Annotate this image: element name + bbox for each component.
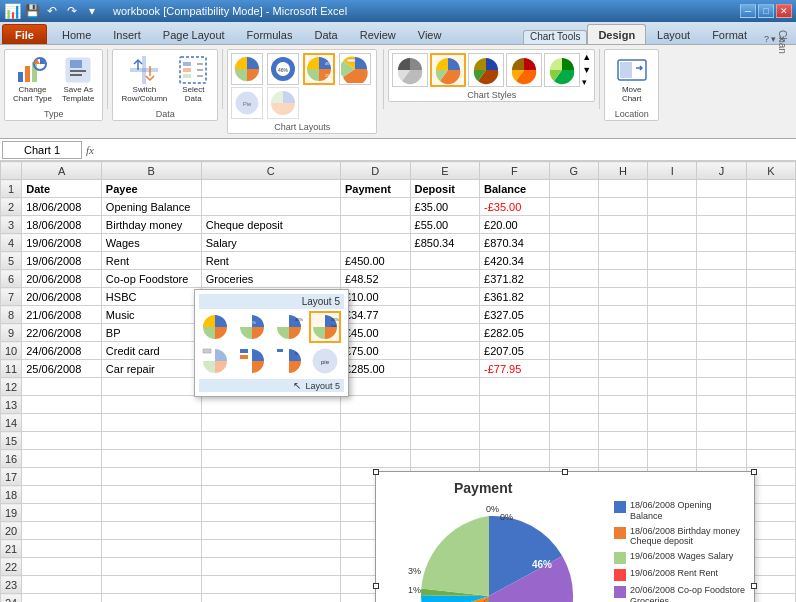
layout-item-2[interactable]: 46%: [267, 53, 299, 85]
cell-k3[interactable]: [746, 216, 795, 234]
cell-f3[interactable]: £20.00: [480, 216, 550, 234]
col-header-a[interactable]: A: [22, 162, 102, 180]
cell-c2[interactable]: [201, 198, 340, 216]
tab-review[interactable]: Review: [349, 24, 407, 44]
cell-b5[interactable]: Rent: [101, 252, 201, 270]
cell-e10[interactable]: [410, 342, 479, 360]
col-header-b[interactable]: B: [101, 162, 201, 180]
cell-d1[interactable]: Payment: [340, 180, 410, 198]
cell-g1[interactable]: [549, 180, 598, 198]
move-chart-btn[interactable]: MoveChart: [612, 52, 652, 106]
cell-k10[interactable]: [746, 342, 795, 360]
tab-file[interactable]: File: [2, 24, 47, 44]
dropdown-item-4[interactable]: 46%Cat: [309, 311, 341, 343]
change-chart-type-btn[interactable]: ChangeChart Type: [9, 52, 56, 106]
cell-b11[interactable]: Car repair: [101, 360, 201, 378]
cell-a3[interactable]: 18/06/2008: [22, 216, 102, 234]
cell-k1[interactable]: [746, 180, 795, 198]
col-header-d[interactable]: D: [340, 162, 410, 180]
cell-k9[interactable]: [746, 324, 795, 342]
undo-qa-btn[interactable]: ↶: [43, 2, 61, 20]
cell-f11[interactable]: -£77.95: [480, 360, 550, 378]
cell-f1[interactable]: Balance: [480, 180, 550, 198]
cell-c6[interactable]: Groceries: [201, 270, 340, 288]
cell-k11[interactable]: [746, 360, 795, 378]
cell-c3[interactable]: Cheque deposit: [201, 216, 340, 234]
cell-e5[interactable]: [410, 252, 479, 270]
cell-a6[interactable]: 20/06/2008: [22, 270, 102, 288]
cell-a10[interactable]: 24/06/2008: [22, 342, 102, 360]
cell-h3[interactable]: [598, 216, 647, 234]
tab-insert[interactable]: Insert: [102, 24, 152, 44]
cell-i7[interactable]: [648, 288, 697, 306]
col-header-j[interactable]: J: [697, 162, 746, 180]
chart-style-5[interactable]: [544, 53, 580, 87]
cell-k5[interactable]: [746, 252, 795, 270]
layout-item-5[interactable]: Pie: [231, 87, 263, 119]
cell-i6[interactable]: [648, 270, 697, 288]
cell-i8[interactable]: [648, 306, 697, 324]
cell-a5[interactable]: 19/06/2008: [22, 252, 102, 270]
cell-e11[interactable]: [410, 360, 479, 378]
cell-e4[interactable]: £850.34: [410, 234, 479, 252]
cell-d10[interactable]: £75.00: [340, 342, 410, 360]
switch-row-col-btn[interactable]: SwitchRow/Column: [117, 52, 171, 106]
help-icon[interactable]: ?: [764, 34, 769, 44]
cell-b2[interactable]: Opening Balance: [101, 198, 201, 216]
cell-a11[interactable]: 25/06/2008: [22, 360, 102, 378]
cell-h9[interactable]: [598, 324, 647, 342]
dropdown-qa-btn[interactable]: ▾: [83, 2, 101, 20]
cell-f5[interactable]: £420.34: [480, 252, 550, 270]
tab-data[interactable]: Data: [303, 24, 348, 44]
col-header-e[interactable]: E: [410, 162, 479, 180]
cell-j10[interactable]: [697, 342, 746, 360]
chart-style-3[interactable]: [468, 53, 504, 87]
cell-h2[interactable]: [598, 198, 647, 216]
col-header-k[interactable]: K: [746, 162, 795, 180]
cell-g7[interactable]: [549, 288, 598, 306]
cell-e1[interactable]: Deposit: [410, 180, 479, 198]
cell-f2[interactable]: -£35.00: [480, 198, 550, 216]
cell-j2[interactable]: [697, 198, 746, 216]
cell-e6[interactable]: [410, 270, 479, 288]
dropdown-item-2[interactable]: 46%: [236, 311, 268, 343]
cell-g5[interactable]: [549, 252, 598, 270]
cell-f7[interactable]: £361.82: [480, 288, 550, 306]
redo-qa-btn[interactable]: ↷: [63, 2, 81, 20]
cell-d9[interactable]: £45.00: [340, 324, 410, 342]
cell-g2[interactable]: [549, 198, 598, 216]
cell-b7[interactable]: HSBC: [101, 288, 201, 306]
cell-b6[interactable]: Co-op Foodstore: [101, 270, 201, 288]
cell-j8[interactable]: [697, 306, 746, 324]
cell-i3[interactable]: [648, 216, 697, 234]
dropdown-item-5[interactable]: [199, 345, 231, 377]
select-data-btn[interactable]: SelectData: [173, 52, 213, 106]
cell-f9[interactable]: £282.05: [480, 324, 550, 342]
cell-i11[interactable]: [648, 360, 697, 378]
tab-layout[interactable]: Layout: [646, 24, 701, 44]
cell-d4[interactable]: [340, 234, 410, 252]
cell-b9[interactable]: BP: [101, 324, 201, 342]
cell-a7[interactable]: 20/06/2008: [22, 288, 102, 306]
name-box[interactable]: [2, 141, 82, 159]
cell-k7[interactable]: [746, 288, 795, 306]
cell-k4[interactable]: [746, 234, 795, 252]
cell-j1[interactable]: [697, 180, 746, 198]
dropdown-item-7[interactable]: %: [273, 345, 305, 377]
cell-f4[interactable]: £870.34: [480, 234, 550, 252]
cell-a8[interactable]: 21/06/2008: [22, 306, 102, 324]
cell-i4[interactable]: [648, 234, 697, 252]
cell-h8[interactable]: [598, 306, 647, 324]
cell-g11[interactable]: [549, 360, 598, 378]
formula-input[interactable]: [98, 141, 794, 159]
cell-e8[interactable]: [410, 306, 479, 324]
cell-f10[interactable]: £207.05: [480, 342, 550, 360]
cell-a2[interactable]: 18/06/2008: [22, 198, 102, 216]
tab-formulas[interactable]: Formulas: [236, 24, 304, 44]
cell-f8[interactable]: £327.05: [480, 306, 550, 324]
cell-h1[interactable]: [598, 180, 647, 198]
chart-container[interactable]: Payment: [375, 471, 755, 602]
tab-home[interactable]: Home: [51, 24, 102, 44]
cell-e7[interactable]: [410, 288, 479, 306]
maximize-btn[interactable]: □: [758, 4, 774, 18]
